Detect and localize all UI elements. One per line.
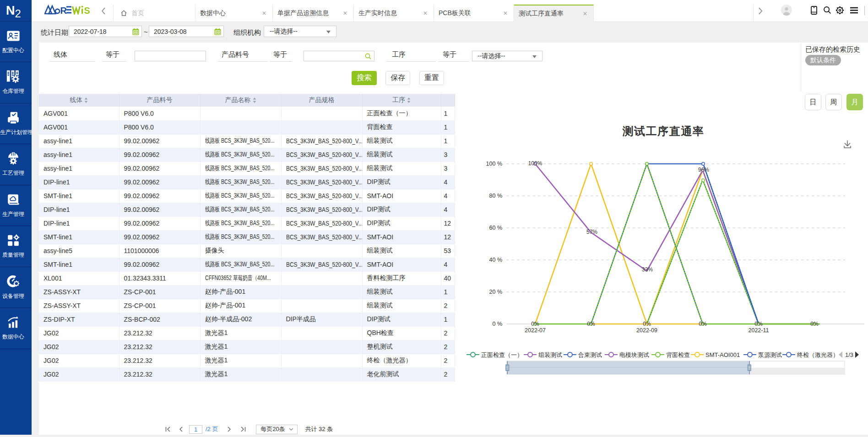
- svg-text:测试工序直通率: 测试工序直通率: [622, 125, 705, 137]
- svg-text:0 %: 0 %: [492, 321, 502, 327]
- svg-text:0%: 0%: [699, 321, 707, 327]
- svg-text:合束测试: 合束测试: [578, 351, 602, 358]
- svg-text:1/3: 1/3: [845, 351, 853, 358]
- svg-text:泵源测试: 泵源测试: [758, 351, 782, 358]
- svg-text:0%: 0%: [754, 321, 763, 327]
- svg-text:100 %: 100 %: [486, 161, 502, 167]
- svg-text:电模块测试: 电模块测试: [619, 351, 649, 358]
- svg-text:S: S: [84, 5, 90, 15]
- svg-text:0%: 0%: [643, 321, 651, 327]
- svg-text:40 %: 40 %: [489, 257, 503, 263]
- svg-text:20 %: 20 %: [489, 289, 503, 295]
- svg-text:57%: 57%: [586, 229, 597, 235]
- svg-text:正面检查（一）: 正面检查（一）: [481, 351, 523, 358]
- svg-text:0%: 0%: [531, 321, 539, 327]
- svg-text:96%: 96%: [698, 167, 709, 173]
- svg-text:SMT-AOI001: SMT-AOI001: [705, 351, 740, 358]
- svg-text:0%: 0%: [587, 321, 595, 327]
- svg-text:0%: 0%: [810, 321, 819, 327]
- svg-text:100%: 100%: [528, 160, 542, 167]
- svg-text:R: R: [60, 5, 67, 15]
- svg-text:背面检查: 背面检查: [666, 351, 690, 358]
- svg-text:终检（激光器）: 终检（激光器）: [797, 351, 839, 358]
- svg-text:2022-09: 2022-09: [636, 327, 657, 334]
- svg-text:组装测试: 组装测试: [538, 351, 562, 358]
- svg-text:60 %: 60 %: [489, 225, 503, 231]
- svg-text:80 %: 80 %: [489, 193, 503, 199]
- svg-text:33%: 33%: [642, 266, 653, 273]
- svg-text:2022-11: 2022-11: [749, 327, 769, 334]
- svg-text:2022-07: 2022-07: [525, 327, 546, 334]
